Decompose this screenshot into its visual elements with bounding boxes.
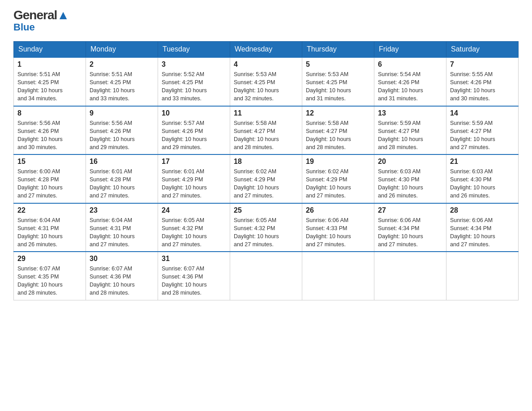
sunset-label: Sunset: 4:33 PM bbox=[306, 225, 347, 231]
daylight-label: Daylight: 10 hours bbox=[378, 136, 423, 142]
logo-b-letter: ▲ bbox=[57, 8, 69, 22]
calendar-cell: 10 Sunrise: 5:57 AM Sunset: 4:26 PM Dayl… bbox=[158, 106, 230, 155]
calendar-cell: 3 Sunrise: 5:52 AM Sunset: 4:25 PM Dayli… bbox=[158, 57, 230, 106]
sunrise-label: Sunrise: 5:52 AM bbox=[162, 71, 204, 77]
daylight-label: Daylight: 10 hours bbox=[90, 184, 135, 191]
day-info: Sunrise: 6:01 AM Sunset: 4:28 PM Dayligh… bbox=[90, 167, 154, 200]
day-number: 31 bbox=[162, 255, 226, 263]
day-number: 6 bbox=[378, 60, 442, 68]
daylight-label: Daylight: 10 hours bbox=[450, 136, 495, 142]
calendar-cell bbox=[302, 252, 374, 300]
day-number: 9 bbox=[90, 109, 154, 117]
day-number: 26 bbox=[306, 206, 370, 214]
daylight-minutes: and 31 minutes. bbox=[306, 95, 346, 102]
sunrise-label: Sunrise: 5:59 AM bbox=[378, 120, 420, 126]
sunset-label: Sunset: 4:29 PM bbox=[306, 176, 347, 183]
calendar-cell: 31 Sunrise: 6:07 AM Sunset: 4:36 PM Dayl… bbox=[158, 252, 230, 300]
day-number: 16 bbox=[90, 158, 154, 166]
sunset-label: Sunset: 4:28 PM bbox=[17, 176, 59, 183]
calendar-cell: 15 Sunrise: 6:00 AM Sunset: 4:28 PM Dayl… bbox=[14, 154, 86, 203]
calendar-cell: 12 Sunrise: 5:58 AM Sunset: 4:27 PM Dayl… bbox=[302, 106, 374, 155]
daylight-label: Daylight: 10 hours bbox=[17, 184, 63, 191]
sunrise-label: Sunrise: 6:03 AM bbox=[378, 168, 420, 175]
calendar-cell: 9 Sunrise: 5:56 AM Sunset: 4:26 PM Dayli… bbox=[86, 106, 158, 155]
sunrise-label: Sunrise: 5:54 AM bbox=[378, 71, 420, 77]
day-number: 12 bbox=[306, 109, 370, 117]
daylight-label: Daylight: 10 hours bbox=[17, 282, 63, 288]
daylight-minutes: and 31 minutes. bbox=[378, 95, 418, 102]
day-number: 14 bbox=[450, 109, 515, 117]
sunset-label: Sunset: 4:30 PM bbox=[378, 176, 419, 183]
daylight-minutes: and 28 minutes. bbox=[378, 144, 418, 150]
daylight-minutes: and 27 minutes. bbox=[90, 241, 129, 248]
daylight-minutes: and 27 minutes. bbox=[450, 144, 490, 150]
calendar-cell: 24 Sunrise: 6:05 AM Sunset: 4:32 PM Dayl… bbox=[158, 203, 230, 252]
day-number: 10 bbox=[162, 109, 226, 117]
column-header-tuesday: Tuesday bbox=[158, 42, 230, 58]
calendar-cell: 25 Sunrise: 6:05 AM Sunset: 4:32 PM Dayl… bbox=[230, 203, 302, 252]
sunrise-label: Sunrise: 6:06 AM bbox=[378, 217, 420, 223]
calendar-cell: 27 Sunrise: 6:06 AM Sunset: 4:34 PM Dayl… bbox=[374, 203, 446, 252]
calendar-cell: 29 Sunrise: 6:07 AM Sunset: 4:35 PM Dayl… bbox=[14, 252, 86, 300]
calendar-week-row: 29 Sunrise: 6:07 AM Sunset: 4:35 PM Dayl… bbox=[14, 252, 519, 300]
day-number: 2 bbox=[90, 60, 154, 68]
day-info: Sunrise: 6:02 AM Sunset: 4:29 PM Dayligh… bbox=[234, 167, 298, 200]
day-number: 13 bbox=[378, 109, 442, 117]
daylight-minutes: and 30 minutes. bbox=[450, 95, 490, 102]
daylight-minutes: and 27 minutes. bbox=[17, 193, 57, 199]
daylight-minutes: and 29 minutes. bbox=[90, 144, 129, 150]
sunrise-label: Sunrise: 6:06 AM bbox=[306, 217, 348, 223]
daylight-label: Daylight: 10 hours bbox=[90, 136, 135, 142]
sunset-label: Sunset: 4:32 PM bbox=[162, 225, 203, 231]
daylight-label: Daylight: 10 hours bbox=[450, 233, 495, 240]
day-info: Sunrise: 6:04 AM Sunset: 4:31 PM Dayligh… bbox=[17, 216, 82, 249]
daylight-label: Daylight: 10 hours bbox=[162, 87, 207, 94]
sunrise-label: Sunrise: 6:02 AM bbox=[306, 168, 348, 175]
day-number: 8 bbox=[17, 109, 82, 117]
calendar-cell bbox=[230, 252, 302, 300]
daylight-minutes: and 27 minutes. bbox=[450, 241, 490, 248]
day-info: Sunrise: 6:04 AM Sunset: 4:31 PM Dayligh… bbox=[90, 216, 154, 249]
daylight-minutes: and 27 minutes. bbox=[162, 193, 202, 199]
day-info: Sunrise: 5:53 AM Sunset: 4:25 PM Dayligh… bbox=[306, 70, 370, 103]
column-header-wednesday: Wednesday bbox=[230, 42, 302, 58]
calendar-cell: 5 Sunrise: 5:53 AM Sunset: 4:25 PM Dayli… bbox=[302, 57, 374, 106]
sunset-label: Sunset: 4:25 PM bbox=[306, 79, 347, 86]
day-number: 25 bbox=[234, 206, 298, 214]
daylight-minutes: and 27 minutes. bbox=[234, 193, 274, 199]
sunset-label: Sunset: 4:26 PM bbox=[450, 79, 491, 86]
sunrise-label: Sunrise: 5:57 AM bbox=[162, 120, 204, 126]
sunrise-label: Sunrise: 6:03 AM bbox=[450, 168, 493, 175]
daylight-minutes: and 34 minutes. bbox=[17, 95, 57, 102]
column-header-thursday: Thursday bbox=[302, 42, 374, 58]
sunrise-label: Sunrise: 5:58 AM bbox=[234, 120, 276, 126]
daylight-label: Daylight: 10 hours bbox=[90, 233, 135, 240]
sunset-label: Sunset: 4:36 PM bbox=[162, 274, 203, 280]
day-number: 30 bbox=[90, 255, 154, 263]
sunrise-label: Sunrise: 5:51 AM bbox=[90, 71, 132, 77]
logo-general-text: General▲ bbox=[13, 9, 69, 21]
daylight-label: Daylight: 10 hours bbox=[450, 87, 495, 94]
sunrise-label: Sunrise: 5:53 AM bbox=[306, 71, 348, 77]
calendar-cell: 17 Sunrise: 6:01 AM Sunset: 4:29 PM Dayl… bbox=[158, 154, 230, 203]
day-info: Sunrise: 6:03 AM Sunset: 4:30 PM Dayligh… bbox=[450, 167, 515, 200]
day-number: 22 bbox=[17, 206, 82, 214]
day-number: 27 bbox=[378, 206, 442, 214]
sunrise-label: Sunrise: 5:53 AM bbox=[234, 71, 276, 77]
sunrise-label: Sunrise: 6:02 AM bbox=[234, 168, 276, 175]
daylight-minutes: and 29 minutes. bbox=[162, 144, 202, 150]
calendar-cell: 16 Sunrise: 6:01 AM Sunset: 4:28 PM Dayl… bbox=[86, 154, 158, 203]
column-header-sunday: Sunday bbox=[14, 42, 86, 58]
column-header-saturday: Saturday bbox=[446, 42, 519, 58]
sunset-label: Sunset: 4:25 PM bbox=[234, 79, 275, 86]
daylight-label: Daylight: 10 hours bbox=[234, 136, 279, 142]
sunset-label: Sunset: 4:34 PM bbox=[450, 225, 491, 231]
day-number: 21 bbox=[450, 158, 515, 166]
calendar-cell bbox=[446, 252, 519, 300]
daylight-minutes: and 27 minutes. bbox=[234, 241, 274, 248]
daylight-label: Daylight: 10 hours bbox=[378, 87, 423, 94]
calendar-cell: 7 Sunrise: 5:55 AM Sunset: 4:26 PM Dayli… bbox=[446, 57, 519, 106]
calendar-cell: 18 Sunrise: 6:02 AM Sunset: 4:29 PM Dayl… bbox=[230, 154, 302, 203]
day-info: Sunrise: 5:59 AM Sunset: 4:27 PM Dayligh… bbox=[450, 119, 515, 152]
day-info: Sunrise: 6:07 AM Sunset: 4:35 PM Dayligh… bbox=[17, 265, 82, 297]
